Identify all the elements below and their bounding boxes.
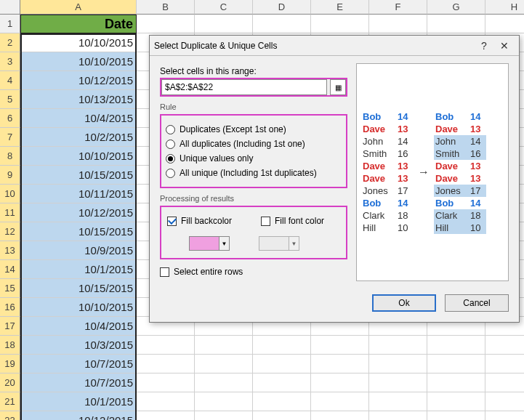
row-header-20[interactable]: 20 — [0, 373, 20, 392]
cell-D20[interactable] — [253, 373, 311, 392]
cell-C20[interactable] — [195, 373, 253, 392]
cell-B21[interactable] — [137, 392, 195, 411]
radio-all-unique[interactable]: All unique (Including 1st duplicates) — [166, 168, 342, 178]
backcolor-picker[interactable]: ▼ — [189, 236, 230, 251]
help-button[interactable]: ? — [474, 40, 494, 52]
range-input[interactable] — [161, 79, 327, 95]
cell-C18[interactable] — [195, 336, 253, 355]
row-header-8[interactable]: 8 — [0, 147, 20, 166]
cell-G19[interactable] — [427, 355, 485, 373]
cell-B19[interactable] — [137, 355, 195, 373]
cell-F22[interactable] — [369, 411, 427, 420]
close-button[interactable]: ✕ — [494, 40, 515, 52]
cell-A19[interactable]: 10/7/2015 — [20, 355, 137, 373]
cell-D22[interactable] — [253, 411, 311, 420]
cell-C21[interactable] — [195, 392, 253, 411]
cell-E21[interactable] — [311, 392, 369, 411]
cell-A6[interactable]: 10/4/2015 — [20, 109, 137, 128]
column-header-D[interactable]: D — [253, 0, 311, 15]
cell-A15[interactable]: 10/15/2015 — [20, 279, 137, 298]
cell-H19[interactable] — [485, 355, 524, 373]
column-header-C[interactable]: C — [195, 0, 253, 15]
checkbox-fill-backcolor[interactable]: Fill backcolor — [167, 216, 232, 226]
cell-G1[interactable] — [427, 15, 485, 33]
cell-H18[interactable] — [485, 336, 524, 355]
column-header-E[interactable]: E — [311, 0, 369, 15]
row-header-19[interactable]: 19 — [0, 355, 20, 373]
checkbox-fill-fontcolor[interactable]: Fill font color — [261, 216, 324, 226]
column-header-H[interactable]: H — [485, 0, 524, 15]
cell-E20[interactable] — [311, 373, 369, 392]
cell-A5[interactable]: 10/13/2015 — [20, 90, 137, 109]
cell-F19[interactable] — [369, 355, 427, 373]
row-header-2[interactable]: 2 — [0, 33, 20, 52]
cell-C19[interactable] — [195, 355, 253, 373]
cell-A17[interactable]: 10/4/2015 — [20, 317, 137, 336]
row-header-5[interactable]: 5 — [0, 90, 20, 109]
cell-G21[interactable] — [427, 392, 485, 411]
row-header-6[interactable]: 6 — [0, 109, 20, 128]
row-header-7[interactable]: 7 — [0, 128, 20, 147]
cell-G18[interactable] — [427, 336, 485, 355]
cell-A8[interactable]: 10/10/2015 — [20, 147, 137, 166]
column-header-F[interactable]: F — [369, 0, 427, 15]
cell-B18[interactable] — [137, 336, 195, 355]
column-header-G[interactable]: G — [427, 0, 485, 15]
cell-E18[interactable] — [311, 336, 369, 355]
cell-A11[interactable]: 10/12/2015 — [20, 203, 137, 222]
range-picker-button[interactable]: ▦ — [330, 79, 346, 95]
cell-G22[interactable] — [427, 411, 485, 420]
row-header-3[interactable]: 3 — [0, 52, 20, 71]
ok-button[interactable]: Ok — [372, 294, 436, 312]
cell-B22[interactable] — [137, 411, 195, 420]
cell-A16[interactable]: 10/10/2015 — [20, 298, 137, 317]
cell-H21[interactable] — [485, 392, 524, 411]
row-header-15[interactable]: 15 — [0, 279, 20, 298]
cell-D21[interactable] — [253, 392, 311, 411]
row-header-9[interactable]: 9 — [0, 166, 20, 185]
cell-A18[interactable]: 10/3/2015 — [20, 336, 137, 355]
select-all-corner[interactable] — [0, 0, 20, 15]
cell-H22[interactable] — [485, 411, 524, 420]
cell-A21[interactable]: 10/1/2015 — [20, 392, 137, 411]
cell-B1[interactable] — [137, 15, 195, 33]
cell-E1[interactable] — [311, 15, 369, 33]
cell-C1[interactable] — [195, 15, 253, 33]
cell-D19[interactable] — [253, 355, 311, 373]
cell-A9[interactable]: 10/15/2015 — [20, 166, 137, 185]
row-header-17[interactable]: 17 — [0, 317, 20, 336]
row-header-16[interactable]: 16 — [0, 298, 20, 317]
cell-A1[interactable]: Date — [20, 15, 137, 33]
row-header-18[interactable]: 18 — [0, 336, 20, 355]
cell-G20[interactable] — [427, 373, 485, 392]
row-header-12[interactable]: 12 — [0, 222, 20, 241]
cell-H1[interactable] — [485, 15, 524, 33]
row-header-21[interactable]: 21 — [0, 392, 20, 411]
cell-E19[interactable] — [311, 355, 369, 373]
cell-D18[interactable] — [253, 336, 311, 355]
row-header-11[interactable]: 11 — [0, 203, 20, 222]
cell-A20[interactable]: 10/7/2015 — [20, 373, 137, 392]
cell-A2[interactable]: 10/10/2015 — [20, 33, 137, 52]
checkbox-select-entire-rows[interactable]: Select entire rows — [160, 267, 347, 277]
row-header-22[interactable]: 22 — [0, 411, 20, 420]
cell-A22[interactable]: 10/12/2015 — [20, 411, 137, 420]
cell-A3[interactable]: 10/10/2015 — [20, 52, 137, 71]
row-header-4[interactable]: 4 — [0, 71, 20, 90]
row-header-14[interactable]: 14 — [0, 260, 20, 279]
cell-E22[interactable] — [311, 411, 369, 420]
cell-F20[interactable] — [369, 373, 427, 392]
cell-F18[interactable] — [369, 336, 427, 355]
cell-A13[interactable]: 10/9/2015 — [20, 241, 137, 260]
dialog-titlebar[interactable]: Select Duplicate & Unique Cells ? ✕ — [150, 36, 519, 56]
cell-B20[interactable] — [137, 373, 195, 392]
radio-all-duplicates[interactable]: All duplicates (Including 1st one) — [166, 139, 342, 149]
radio-unique-values-only[interactable]: Unique values only — [166, 153, 342, 163]
cell-A14[interactable]: 10/1/2015 — [20, 260, 137, 279]
radio-duplicates-except-first[interactable]: Duplicates (Except 1st one) — [166, 124, 342, 134]
row-header-1[interactable]: 1 — [0, 15, 20, 33]
cell-H20[interactable] — [485, 373, 524, 392]
cell-F21[interactable] — [369, 392, 427, 411]
cell-A4[interactable]: 10/12/2015 — [20, 71, 137, 90]
column-header-A[interactable]: A — [20, 0, 137, 15]
